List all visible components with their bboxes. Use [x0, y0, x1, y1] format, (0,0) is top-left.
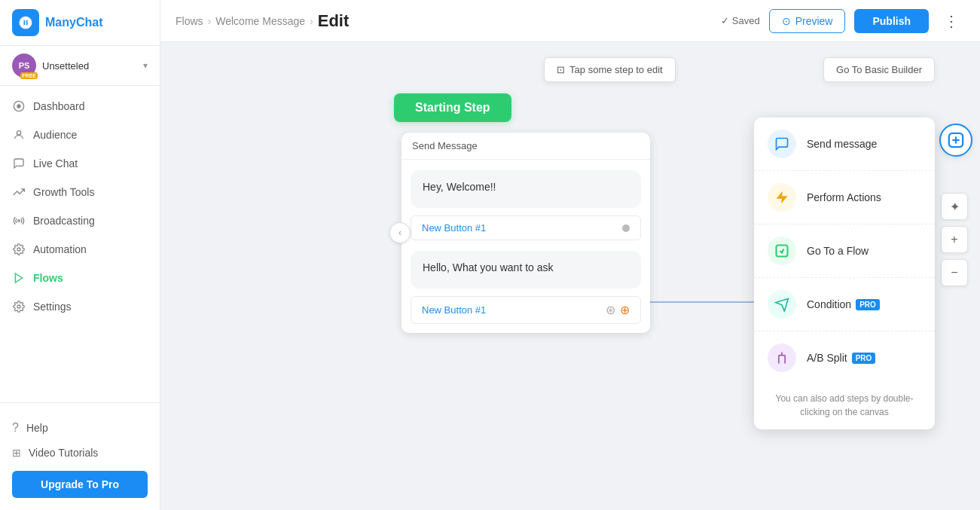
svg-point-3: [18, 220, 20, 222]
sidebar-item-audience[interactable]: Audience: [0, 121, 160, 149]
svg-point-2: [17, 131, 20, 135]
button-1-label: New Button #1: [422, 222, 486, 234]
breadcrumb-flows[interactable]: Flows: [176, 15, 203, 27]
breadcrumb-sep-1: ›: [208, 15, 212, 27]
button-2-label: New Button #1: [422, 304, 486, 316]
check-icon: ✓: [721, 15, 729, 26]
message-bubble-2[interactable]: Hello, What you want to ask: [411, 251, 641, 289]
broadcasting-icon: [12, 214, 26, 228]
button-row-1[interactable]: New Button #1: [411, 215, 641, 240]
sidebar-item-live-chat[interactable]: Live Chat: [0, 149, 160, 178]
svg-point-4: [17, 248, 20, 251]
dashboard-icon: [12, 99, 26, 113]
sidebar: ManyChat PS FREE Unsetteled ▾ Dashboard: [0, 0, 160, 510]
sidebar-item-label: Broadcasting: [33, 215, 95, 227]
send-message-icon: [768, 130, 796, 158]
more-options-button[interactable]: ⋮: [938, 9, 965, 33]
breadcrumb-sep-2: ›: [310, 15, 313, 27]
tap-icon: ⊡: [557, 64, 565, 75]
automation-icon: [12, 243, 26, 256]
avatar: PS FREE: [12, 53, 36, 78]
condition-icon: [768, 290, 796, 319]
canvas-add-button[interactable]: [939, 124, 972, 157]
zoom-in-button[interactable]: +: [941, 226, 968, 253]
preview-label: Preview: [795, 15, 833, 27]
dropdown-go-to-flow[interactable]: Go To a Flow: [754, 224, 935, 278]
tutorials-icon: ⊞: [12, 447, 21, 459]
ab-split-label: A/B Split: [807, 352, 847, 364]
starting-step-label: Starting Step: [415, 101, 490, 114]
node-header: Send Message: [401, 133, 650, 160]
preview-icon: ⊙: [782, 15, 791, 27]
nav-menu: Dashboard Audience Live Chat Growth Tool…: [0, 86, 160, 402]
account-selector[interactable]: PS FREE Unsetteled ▾: [0, 46, 160, 86]
topbar-actions: ✓ Saved ⊙ Preview Publish ⋮: [721, 9, 965, 33]
help-item[interactable]: ? Help: [12, 415, 148, 441]
tap-banner: ⊡ Tap some step to edit: [544, 57, 676, 82]
free-badge: FREE: [20, 72, 38, 79]
tap-label: Tap some step to edit: [569, 64, 663, 75]
condition-label: Condition: [807, 298, 851, 310]
audience-icon: [12, 128, 26, 142]
svg-point-6: [17, 305, 20, 308]
sidebar-header: ManyChat: [0, 0, 160, 46]
sidebar-item-broadcasting[interactable]: Broadcasting: [0, 206, 160, 235]
zoom-out-button[interactable]: −: [941, 259, 968, 286]
svg-marker-5: [15, 273, 22, 282]
sidebar-item-label: Audience: [33, 129, 77, 141]
button-row-2[interactable]: New Button #1 ⊛ ⊕: [411, 296, 641, 324]
upgrade-button[interactable]: Upgrade To Pro: [12, 471, 148, 498]
dropdown-hint: You can also add steps by double-clickin…: [754, 384, 935, 429]
sidebar-item-label: Automation: [33, 243, 87, 255]
settings-icon: [12, 300, 26, 313]
publish-button[interactable]: Publish: [854, 9, 929, 33]
tutorials-item[interactable]: ⊞ Video Tutorials: [12, 441, 148, 465]
sidebar-item-automation[interactable]: Automation: [0, 235, 160, 264]
collapse-button[interactable]: ‹: [389, 222, 411, 243]
topbar: Flows › Welcome Message › Edit ✓ Saved ⊙…: [160, 0, 980, 42]
ab-split-icon: [768, 344, 796, 372]
saved-label: Saved: [732, 15, 760, 26]
sidebar-item-label: Live Chat: [33, 157, 78, 169]
dropdown-condition[interactable]: Condition PRO: [754, 278, 935, 331]
dropdown-send-message[interactable]: Send message: [754, 118, 935, 171]
flows-icon: [12, 271, 26, 285]
breadcrumb-welcome[interactable]: Welcome Message: [215, 15, 305, 27]
svg-marker-7: [777, 191, 788, 204]
starting-step: Starting Step: [394, 93, 511, 122]
brand-name: ManyChat: [45, 16, 102, 29]
svg-marker-9: [776, 299, 789, 312]
sidebar-bottom: ? Help ⊞ Video Tutorials Upgrade To Pro: [0, 402, 160, 510]
chevron-down-icon: ▾: [143, 60, 148, 71]
help-label: Help: [26, 422, 48, 434]
warning-icon: ⊕: [620, 303, 630, 317]
help-icon: ?: [12, 421, 19, 435]
magic-tool-button[interactable]: ✦: [941, 193, 968, 220]
page-title: Edit: [318, 11, 350, 31]
button-action-icons: ⊛ ⊕: [606, 303, 630, 317]
sidebar-item-label: Growth Tools: [33, 186, 94, 198]
button-connector-dot: [622, 224, 630, 232]
dropdown-ab-split[interactable]: A/B Split PRO: [754, 331, 935, 384]
condition-pro-badge: PRO: [856, 299, 880, 310]
chat-icon: [12, 157, 26, 170]
tutorials-label: Video Tutorials: [29, 447, 98, 459]
sidebar-item-growth-tools[interactable]: Growth Tools: [0, 178, 160, 206]
canvas[interactable]: ⊡ Tap some step to edit Go To Basic Buil…: [160, 42, 980, 510]
breadcrumb: Flows › Welcome Message › Edit: [176, 11, 349, 31]
svg-rect-8: [777, 246, 788, 257]
sidebar-item-label: Dashboard: [33, 100, 85, 112]
svg-point-1: [17, 104, 20, 108]
basic-builder-button[interactable]: Go To Basic Builder: [823, 57, 935, 82]
preview-button[interactable]: ⊙ Preview: [769, 9, 846, 33]
go-to-flow-icon: [768, 237, 796, 265]
main-area: Flows › Welcome Message › Edit ✓ Saved ⊙…: [160, 0, 980, 510]
message-bubble-1[interactable]: Hey, Welcome!!: [411, 170, 641, 208]
account-name: Unsetteled: [42, 60, 89, 72]
sidebar-item-flows[interactable]: Flows: [0, 264, 160, 292]
sidebar-item-dashboard[interactable]: Dashboard: [0, 92, 160, 121]
sidebar-item-settings[interactable]: Settings: [0, 292, 160, 321]
link-icon: ⊛: [606, 303, 615, 317]
dropdown-perform-actions[interactable]: Perform Actions: [754, 171, 935, 224]
sidebar-item-label: Settings: [33, 301, 72, 313]
